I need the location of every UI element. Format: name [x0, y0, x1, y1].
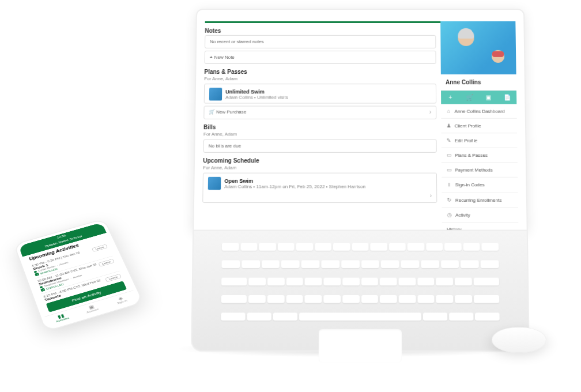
bills-empty: No bills are due — [203, 139, 436, 152]
refresh-icon: ↻ — [447, 197, 452, 203]
schedule-item[interactable]: Open Swim Adam Collins • 11am-12pm on Fr… — [208, 177, 432, 190]
plan-detail: Adam Collins • Unlimited visits — [225, 95, 288, 100]
menu-plans[interactable]: ▭Plans & Passes — [442, 148, 518, 163]
mouse-mockup — [491, 327, 548, 353]
profile-name: Anne Collins — [441, 74, 516, 91]
new-purchase-button[interactable]: 🛒 New Purchase › — [203, 106, 436, 119]
user-icon: ♟ — [446, 123, 452, 129]
image-action[interactable]: ▣ — [479, 91, 498, 104]
schedule-heading: Upcoming Schedule — [203, 157, 437, 164]
card-icon: ▭ — [446, 152, 452, 158]
laptop-mockup: Notes No recent or starred notes +New No… — [191, 9, 529, 340]
plan-item[interactable]: Unlimited Swim Adam Collins • Unlimited … — [209, 88, 431, 100]
plan-name: Unlimited Swim — [225, 89, 288, 95]
event-detail: Adam Collins • 11am-12pm on Fri, Feb 25,… — [224, 184, 365, 189]
menu-signin-codes[interactable]: ⦀Sign-in Codes — [442, 178, 518, 193]
menu-history[interactable]: History — [442, 223, 519, 231]
chevron-right-icon: › — [429, 109, 431, 115]
menu-dashboard[interactable]: ⌂Anne Collins Dashboard — [441, 104, 516, 119]
cart-icon: 🛒 — [209, 110, 214, 115]
event-name: Open Swim — [224, 178, 365, 183]
schedule-sub: For Anne, Adam — [203, 165, 437, 170]
plus-icon: + — [210, 55, 213, 60]
menu-edit-profile[interactable]: ✎Edit Profile — [442, 133, 518, 148]
bills-sub: For Anne, Adam — [203, 131, 437, 137]
menu-activity[interactable]: ◷Activity — [442, 208, 519, 223]
laptop-keyboard — [191, 231, 530, 352]
phone-mockup: 12:56 Splash Swim School Upcoming Activi… — [13, 218, 144, 332]
bills-heading: Bills — [203, 124, 436, 130]
barcode-icon: ⦀ — [446, 182, 452, 188]
doc-action[interactable]: 📄 — [497, 91, 516, 104]
chevron-right-icon: › — [430, 193, 432, 199]
plans-sub: For Anne, Adam — [204, 76, 436, 81]
tab-activities[interactable]: ▮▮Activities — [46, 310, 78, 325]
laptop-screen: Notes No recent or starred notes +New No… — [193, 9, 528, 231]
notes-heading: Notes — [205, 28, 436, 34]
add-action[interactable]: + — [441, 91, 460, 104]
check-icon: ✓ — [35, 273, 39, 277]
main-content: Notes No recent or starred notes +New No… — [202, 21, 442, 225]
home-icon: ⌂ — [446, 108, 451, 114]
cart-action[interactable]: 🛒 — [460, 91, 479, 104]
menu-client-profile[interactable]: ♟Client Profile — [441, 119, 517, 133]
new-note-button[interactable]: +New Note — [205, 51, 436, 64]
plan-thumbnail — [209, 88, 222, 100]
plans-heading: Plans & Passes — [204, 69, 436, 75]
notes-empty: No recent or starred notes — [205, 35, 436, 48]
tab-account[interactable]: ▣Account — [76, 301, 108, 316]
edit-icon: ✎ — [446, 137, 452, 143]
profile-sidebar: Anne Collins + 🛒 ▣ 📄 ⌂Anne Collins Dashb… — [440, 21, 518, 225]
clock-icon: ◷ — [447, 212, 452, 218]
check-icon: ✓ — [40, 288, 45, 292]
schedule-thumbnail — [208, 177, 221, 190]
tab-signin[interactable]: ◈Sign in — [105, 292, 137, 308]
profile-photo — [440, 21, 516, 74]
credit-card-icon: ▭ — [446, 167, 452, 172]
menu-recurring[interactable]: ↻Recurring Enrollments — [442, 193, 518, 208]
menu-payment[interactable]: ▭Payment Methods — [442, 163, 518, 178]
